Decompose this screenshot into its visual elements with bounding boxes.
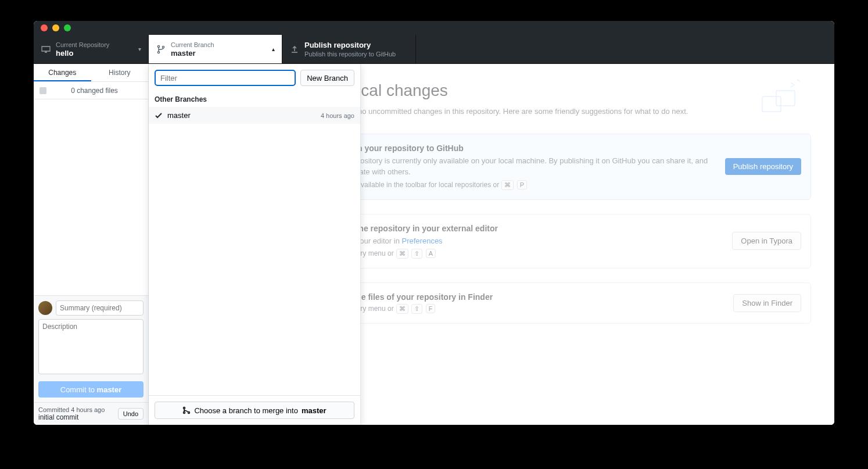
changed-files-count: 0 changed files	[52, 87, 137, 95]
branch-selector[interactable]: Current Branch master ▴	[149, 35, 282, 63]
repo-selector[interactable]: Current Repository hello ▾	[34, 35, 149, 63]
changed-files-bar: 0 changed files	[34, 82, 148, 99]
undo-bar: Committed 4 hours ago initial commit Und…	[34, 402, 148, 425]
branch-list-item[interactable]: master 4 hours ago	[149, 107, 360, 124]
undo-message: initial commit	[38, 413, 105, 421]
svg-point-2	[162, 46, 164, 48]
branch-name: master	[171, 49, 214, 58]
git-merge-icon	[182, 406, 191, 414]
new-branch-button[interactable]: New Branch	[300, 70, 354, 86]
merge-into-button[interactable]: Choose a branch to merge into master	[155, 402, 354, 419]
toolbar: Current Repository hello ▾ Current Branc…	[34, 35, 834, 64]
chevron-up-icon: ▴	[272, 46, 275, 52]
check-icon	[155, 112, 164, 120]
branch-label: Current Branch	[171, 41, 214, 49]
select-all-checkbox[interactable]	[40, 87, 46, 94]
branch-list-header: Other Branches	[149, 92, 360, 107]
undo-time: Committed 4 hours ago	[38, 406, 105, 413]
repo-label: Current Repository	[56, 41, 109, 49]
git-branch-icon	[156, 45, 166, 54]
close-window-button[interactable]	[41, 24, 48, 31]
commit-form: Commit to master	[34, 295, 148, 402]
publish-label: Publish repository	[304, 41, 396, 50]
commit-summary-input[interactable]	[56, 300, 144, 316]
branch-filter-input[interactable]	[155, 70, 296, 86]
upload-icon	[289, 45, 300, 54]
tab-history[interactable]: History	[91, 64, 149, 81]
commit-button[interactable]: Commit to master	[38, 381, 144, 398]
titlebar	[34, 21, 834, 35]
chevron-down-icon: ▾	[138, 46, 141, 52]
app-window: Current Repository hello ▾ Current Branc…	[34, 21, 834, 425]
tab-changes[interactable]: Changes	[34, 64, 91, 81]
desktop-icon	[41, 45, 51, 54]
publish-sub: Publish this repository to GitHub	[304, 50, 396, 58]
undo-button[interactable]: Undo	[118, 408, 144, 420]
svg-point-6	[184, 412, 185, 414]
branch-name: master	[167, 111, 321, 120]
svg-point-7	[188, 412, 190, 414]
branch-time: 4 hours ago	[321, 112, 354, 119]
commit-description-input[interactable]	[38, 319, 144, 374]
sidebar: Changes History 0 changed files Commit t…	[34, 64, 149, 425]
svg-point-5	[184, 407, 185, 409]
traffic-lights	[41, 24, 71, 31]
svg-point-0	[157, 45, 159, 47]
svg-point-1	[157, 51, 159, 53]
avatar	[38, 301, 52, 315]
repo-name: hello	[56, 49, 109, 58]
branch-popover: New Branch Other Branches master 4 hours…	[149, 64, 361, 425]
sidebar-tabs: Changes History	[34, 64, 148, 82]
zoom-window-button[interactable]	[64, 24, 71, 31]
publish-button[interactable]: Publish repository Publish this reposito…	[282, 35, 416, 63]
minimize-window-button[interactable]	[52, 24, 59, 31]
